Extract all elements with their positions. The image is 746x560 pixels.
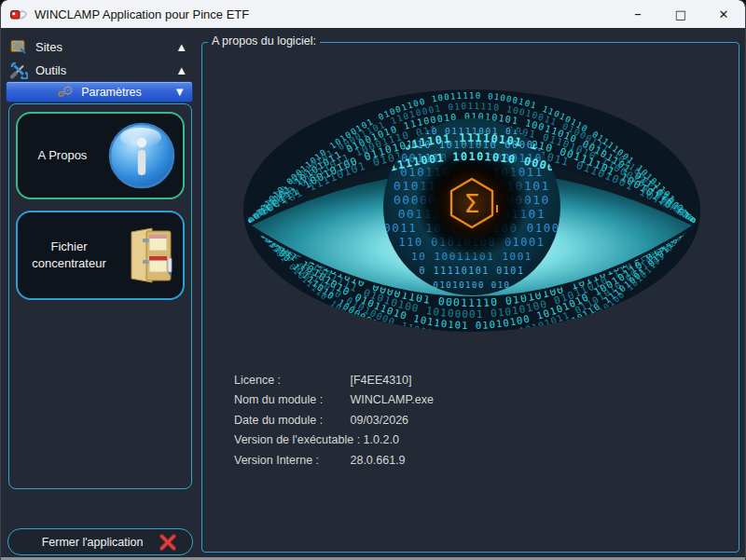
- app-window: WINCLAMP Application pour Pince ETF – □ …: [0, 0, 746, 560]
- sidebar-item-outils[interactable]: Outils ▲: [8, 59, 193, 81]
- license-value: 1.0.2.0: [364, 433, 399, 446]
- license-row: Version Interne : 28.0.661.9: [234, 451, 434, 471]
- binary-eye-graphic: 01001010 00011010 10100101 01001100 1001…: [238, 88, 706, 348]
- license-row: Version de l'exécutable : 1.0.2.0: [234, 430, 434, 450]
- close-x-icon: [158, 532, 178, 553]
- sidebar-item-parametres[interactable]: ⚙ ⚙ Paramètres ▼: [6, 81, 193, 102]
- license-value: 09/03/2026: [350, 414, 408, 427]
- about-button[interactable]: A Propos: [16, 112, 185, 199]
- license-label: Licence :: [234, 371, 347, 390]
- license-label: Version Interne :: [234, 451, 347, 471]
- content-area: Sites ▲ Outils ▲ ⚙ ⚙ Paramètres: [1, 28, 745, 557]
- window-title: WINCLAMP Application pour Pince ETF: [35, 7, 249, 21]
- folder-icon: [120, 226, 176, 284]
- about-button-label: A Propos: [18, 147, 107, 164]
- collapse-arrow-icon: ▲: [175, 63, 187, 77]
- license-value: WINCLAMP.exe: [350, 393, 433, 406]
- sidebar-item-label: Paramètres: [81, 86, 142, 99]
- expand-arrow-icon: ▼: [173, 85, 186, 99]
- license-row: Licence : [F4EE4310]: [234, 371, 434, 390]
- tools-icon: [8, 61, 29, 79]
- license-label: Date du module :: [234, 411, 347, 430]
- concentrator-file-label: Fichier concentrateur: [18, 239, 120, 271]
- sigma-glyph: Σ: [463, 189, 479, 218]
- license-row: Date du module : 09/03/2026: [234, 411, 434, 430]
- concentrator-file-button[interactable]: Fichier concentrateur: [16, 211, 185, 300]
- license-value: [F4EE4310]: [350, 374, 411, 387]
- collapse-arrow-icon: ▲: [175, 40, 187, 54]
- close-app-label: Fermer l'application: [14, 536, 158, 549]
- close-button[interactable]: ✕: [702, 0, 745, 28]
- app-icon: [10, 7, 27, 21]
- license-table: Licence : [F4EE4310] Nom du module : WIN…: [234, 371, 434, 471]
- minimize-button[interactable]: –: [616, 0, 659, 28]
- license-label: Version de l'exécutable :: [234, 430, 360, 450]
- svg-text:0 11110101 0101: 0 11110101 0101: [420, 266, 525, 276]
- sidebar-item-label: Sites: [35, 40, 62, 54]
- info-icon: [107, 121, 176, 190]
- window-controls: – □ ✕: [616, 0, 745, 28]
- gear-icon: ⚙ ⚙: [57, 84, 76, 101]
- svg-text:01010100 010: 01010100 010: [433, 280, 510, 290]
- window-titlebar: WINCLAMP Application pour Pince ETF – □ …: [1, 0, 745, 28]
- about-groupbox: A propos du logiciel:: [201, 42, 739, 553]
- close-app-button[interactable]: Fermer l'application: [7, 528, 193, 555]
- license-label: Nom du module :: [234, 390, 347, 410]
- groupbox-legend: A propos du logiciel:: [208, 34, 320, 48]
- sidebar-item-sites[interactable]: Sites ▲: [8, 35, 193, 58]
- sites-icon: [8, 37, 29, 56]
- parametres-panel: A Propos: [8, 103, 192, 489]
- license-value: 28.0.661.9: [350, 454, 405, 467]
- license-row: Nom du module : WINCLAMP.exe: [234, 390, 434, 410]
- sidebar-item-label: Outils: [35, 63, 66, 77]
- maximize-button[interactable]: □: [659, 0, 702, 28]
